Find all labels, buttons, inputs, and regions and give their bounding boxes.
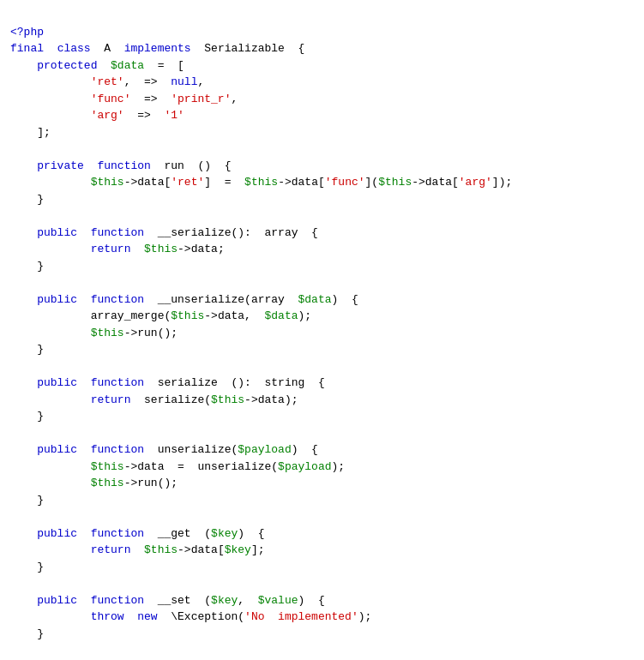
code-editor: <?php final class A implements Serializa… <box>10 7 634 660</box>
line-1: <?php final class A implements Serializa… <box>10 26 512 661</box>
